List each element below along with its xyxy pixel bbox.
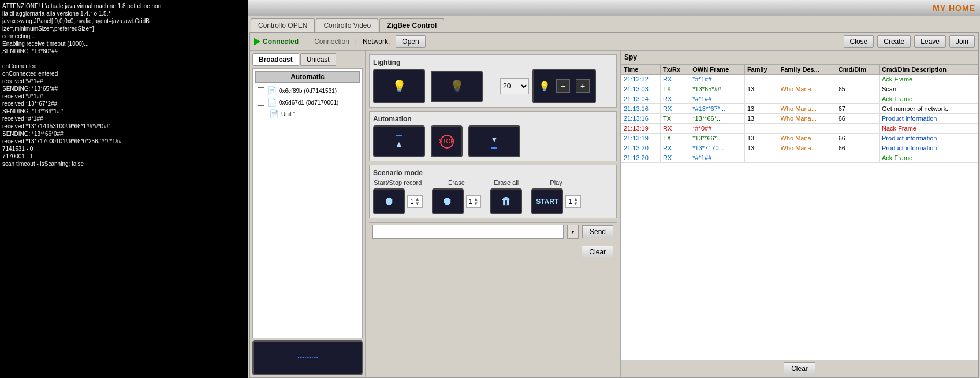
tab-controllo-open[interactable]: Controllo OPEN: [251, 18, 315, 32]
spy-row-6: 21:13:19TX*13**66*...13Who Mana...66Prod…: [621, 134, 978, 143]
down-arrow-icon: ▼: [490, 135, 498, 149]
device-tree: Automatic 📄 0x6cf89b (0d7141531) 📄 0x6d6…: [252, 68, 363, 338]
erase-all-btn[interactable]: 🗑: [490, 188, 522, 214]
spy-header-row: Time Tx/Rx OWN Frame Family Family Des..…: [621, 65, 978, 75]
device-2-label: Unit 1: [281, 111, 296, 117]
up-arrow-icon: ▲: [395, 135, 403, 149]
spy-title: Spy: [621, 51, 978, 64]
light-on-icon: 💡: [392, 79, 407, 93]
erase-group: Erase ⏺ 1 ▲ ▼: [432, 179, 482, 214]
close-button[interactable]: Close: [844, 35, 874, 48]
start-stop-btn[interactable]: ⏺: [373, 188, 405, 214]
automation-label: Automation: [373, 115, 613, 123]
start-stop-label: Start/Stop record: [374, 179, 422, 186]
connection-status: Connected: [254, 38, 299, 46]
play-num-arrows[interactable]: ▲ ▼: [573, 197, 578, 206]
connected-icon: [254, 38, 260, 46]
tree-page-icon-1: 📄: [267, 98, 277, 107]
erase-num-val: 1: [469, 198, 473, 206]
col-frame: OWN Frame: [690, 65, 745, 75]
scenario-row: Start/Stop record ⏺ 1 ▲ ▼: [373, 179, 613, 214]
light-on-btn[interactable]: 💡: [373, 69, 425, 103]
erase-down-arrow[interactable]: ▼: [474, 202, 478, 206]
panel-tabs: Broadcast Unicast: [252, 53, 363, 66]
spy-row-5: 21:13:19RX*#*0##Nack Frame: [621, 124, 978, 134]
spy-row-2: 21:13:04RX*#*1##Ack Frame: [621, 94, 978, 104]
join-button[interactable]: Join: [949, 35, 975, 48]
dim-minus-btn[interactable]: −: [556, 79, 570, 93]
col-family: Family: [744, 65, 778, 75]
auto-down-btn[interactable]: ▼: [468, 125, 520, 157]
dim-control-btn[interactable]: 💡 − +: [532, 69, 596, 103]
play-num: 1 ▲ ▼: [565, 195, 581, 208]
spy-clear-button[interactable]: Clear: [784, 362, 815, 375]
create-button[interactable]: Create: [877, 35, 911, 48]
tree-item-1[interactable]: 📄 0x6d67d1 (0d7170001): [255, 97, 360, 108]
tree-page-icon-2: 📄: [269, 109, 279, 118]
play-num-val: 1: [568, 198, 572, 206]
start-num-val: 1: [410, 198, 414, 206]
unicast-tab[interactable]: Unicast: [300, 53, 336, 66]
col-cmd: Cmd/Dim: [836, 65, 879, 75]
lighting-label: Lighting: [373, 58, 613, 66]
checkbox-0[interactable]: [258, 87, 264, 94]
console-panel: ATTENZIONE! L'attuale java virtual machi…: [0, 0, 248, 378]
send-clear-button[interactable]: Clear: [582, 246, 613, 258]
spy-data-table: Time Tx/Rx OWN Frame Family Family Des..…: [621, 64, 978, 163]
erase-all-label: Erase all: [494, 179, 519, 186]
leave-button[interactable]: Leave: [914, 35, 946, 48]
send-input[interactable]: [372, 225, 564, 239]
send-button[interactable]: Send: [582, 225, 613, 238]
main-area: MY HOME Controllo OPEN Controllo Video Z…: [248, 0, 980, 378]
top-bar: MY HOME: [248, 0, 980, 16]
connected-label: Connected: [263, 38, 299, 46]
spy-row-8: 21:13:20RX*#*1##Ack Frame: [621, 153, 978, 163]
spy-row-4: 21:13:16TX*13**66*...13Who Mana...66Prod…: [621, 114, 978, 124]
start-stop-num: 1 ▲ ▼: [407, 195, 423, 208]
checkbox-1[interactable]: [258, 99, 264, 106]
tab-controllo-video[interactable]: Controllo Video: [316, 18, 378, 32]
play-down-arrow[interactable]: ▼: [573, 202, 578, 206]
tree-item-2[interactable]: 📄 Unit 1: [255, 108, 360, 120]
sep1: |: [304, 38, 306, 46]
middle-panel: Lighting 💡 💡 20: [366, 51, 620, 377]
play-btn[interactable]: START: [531, 188, 563, 214]
col-family-desc: Family Des...: [778, 65, 836, 75]
spy-row-1: 21:13:03TX*13*65*##13Who Mana...65Scan: [621, 84, 978, 94]
light-off-btn[interactable]: 💡: [431, 71, 483, 102]
stop-icon: STOP: [440, 135, 454, 149]
device-1-label: 0x6d67d1 (0d7170001): [279, 99, 338, 106]
broadcast-tab[interactable]: Broadcast: [252, 53, 299, 66]
automation-row: ▲ STOP ▼: [373, 125, 613, 157]
start-down-arrow[interactable]: ▼: [415, 202, 420, 206]
auto-up-btn[interactable]: ▲: [373, 125, 425, 157]
body-area: Broadcast Unicast Automatic 📄 0x6cf89b (…: [250, 51, 978, 377]
light-off-icon: 💡: [450, 79, 464, 93]
sep2: |: [355, 38, 357, 46]
auto-stop-btn[interactable]: STOP: [431, 125, 463, 157]
start-num-arrows[interactable]: ▲ ▼: [415, 197, 420, 206]
spy-row-0: 21:12:32RX*#*1##Ack Frame: [621, 75, 978, 84]
wave-icon: 〜〜〜: [297, 353, 318, 363]
erase-label: Erase: [448, 179, 465, 186]
console-text: ATTENZIONE! L'attuale java virtual machi…: [2, 2, 246, 168]
tab-bar: Controllo OPEN Controllo Video ZigBee Co…: [248, 16, 980, 32]
logo: MY HOME: [933, 3, 975, 13]
erase-btn[interactable]: ⏺: [432, 188, 464, 214]
auto-header: Automatic: [255, 71, 360, 83]
main-toolbar: Connected | Connection | Network: Open C…: [250, 33, 978, 51]
spy-row-3: 21:13:16RX*#13**67*...13Who Mana...67Get…: [621, 104, 978, 114]
open-button[interactable]: Open: [396, 35, 425, 48]
wave-button[interactable]: 〜〜〜: [252, 340, 363, 375]
send-dropdown-btn[interactable]: ▼: [567, 225, 579, 239]
tab-zigbee[interactable]: ZigBee Control: [379, 18, 444, 32]
dim-selector[interactable]: 20: [500, 78, 529, 94]
device-0-label: 0x6cf89b (0d7141531): [279, 88, 337, 94]
dim-plus-btn[interactable]: +: [576, 79, 590, 93]
connection-label: Connection: [314, 38, 349, 46]
lighting-section: Lighting 💡 💡 20: [369, 54, 617, 108]
tree-item-0[interactable]: 📄 0x6cf89b (0d7141531): [255, 85, 360, 97]
erase-num-arrows[interactable]: ▲ ▼: [474, 197, 478, 206]
scenario-label: Scenario mode: [373, 169, 613, 177]
start-stop-group: Start/Stop record ⏺ 1 ▲ ▼: [373, 179, 423, 214]
